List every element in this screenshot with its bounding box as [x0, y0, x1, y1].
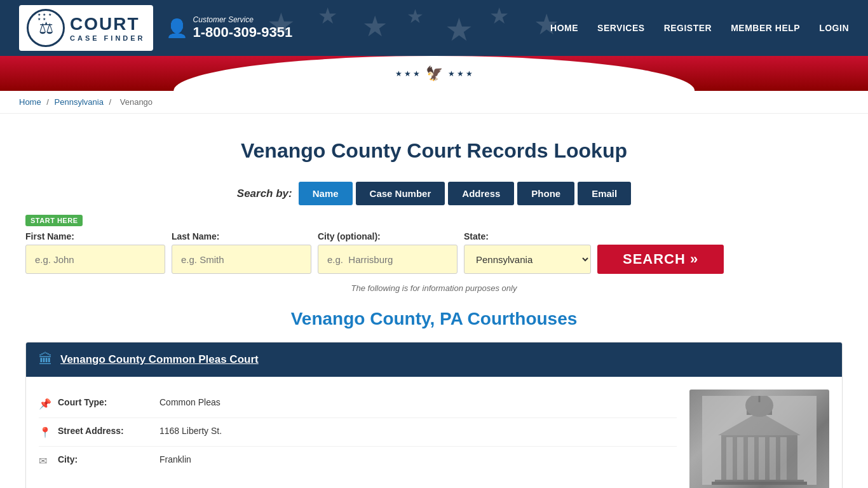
- courthouse-image: [689, 390, 829, 488]
- ribbon-inner: ★ ★ ★ 🦅 ★ ★ ★: [0, 56, 868, 91]
- search-by-label: Search by:: [237, 187, 292, 200]
- site-header: ★ ★ ★ ★ ★ ★ ★ ★ ★ ★ ★ ★ COURT CASE FINDE…: [0, 0, 868, 56]
- city-input[interactable]: [318, 245, 458, 274]
- last-name-input[interactable]: [172, 245, 311, 274]
- ribbon-stars-left: ★ ★ ★: [395, 69, 421, 78]
- search-section: Search by: Name Case Number Address Phon…: [25, 182, 843, 293]
- city-group: City (optional):: [318, 231, 458, 274]
- breadcrumb-sep-1: /: [46, 97, 51, 107]
- customer-service: 👤 Customer Service 1-800-309-9351: [166, 15, 293, 41]
- cs-phone: 1-800-309-9351: [193, 24, 293, 41]
- court-type-value: Common Pleas: [159, 397, 220, 407]
- state-group: State: Pennsylvania Alabama Alaska Arizo…: [464, 231, 591, 274]
- court-type-icon: 📌: [39, 398, 51, 410]
- courthouse-header: 🏛 Venango County Common Pleas Court: [26, 342, 842, 377]
- breadcrumb-home[interactable]: Home: [19, 97, 41, 107]
- header-left: ★ ★ ★ ★ ★ COURT CASE FINDER 👤 Customer S…: [19, 5, 292, 51]
- tab-phone[interactable]: Phone: [517, 182, 574, 205]
- nav-member-help[interactable]: MEMBER HELP: [731, 23, 800, 33]
- last-name-group: Last Name:: [172, 231, 311, 274]
- first-name-label: First Name:: [25, 231, 165, 241]
- patriotic-ribbon: ★ ★ ★ 🦅 ★ ★ ★: [0, 56, 868, 91]
- courthouse-card: 🏛 Venango County Common Pleas Court 📌 Co…: [25, 342, 843, 488]
- city-detail-value: Franklin: [159, 454, 191, 464]
- first-name-input[interactable]: [25, 245, 165, 274]
- address-icon: 📍: [39, 426, 51, 438]
- logo-text: COURT CASE FINDER: [70, 14, 146, 42]
- courthouse-image-placeholder: [689, 390, 829, 488]
- nav-register[interactable]: REGISTER: [664, 23, 712, 33]
- cs-text: Customer Service 1-800-309-9351: [193, 15, 293, 41]
- tab-case-number[interactable]: Case Number: [356, 182, 445, 205]
- eagle-icon: 🦅: [426, 65, 443, 82]
- disclaimer: The following is for information purpose…: [25, 283, 843, 293]
- tab-email[interactable]: Email: [578, 182, 631, 205]
- courthouse-body: 📌 Court Type: Common Pleas 📍 Street Addr…: [26, 377, 842, 488]
- svg-rect-4: [748, 437, 754, 482]
- search-by-row: Search by: Name Case Number Address Phon…: [25, 182, 843, 205]
- nav-services[interactable]: SERVICES: [597, 23, 645, 33]
- page-title: Venango County Court Records Lookup: [25, 139, 843, 163]
- city-icon: ✉: [39, 455, 51, 467]
- courthouse-details: 📌 Court Type: Common Pleas 📍 Street Addr…: [39, 390, 677, 488]
- breadcrumb-venango: Venango: [120, 97, 153, 107]
- cs-label: Customer Service: [193, 15, 293, 24]
- nav-home[interactable]: HOME: [550, 23, 578, 33]
- svg-rect-5: [759, 437, 765, 482]
- logo-emblem: ★ ★ ★ ★ ★: [27, 9, 65, 47]
- court-type-label: Court Type:: [58, 397, 153, 407]
- main-nav: HOME SERVICES REGISTER MEMBER HELP LOGIN: [550, 23, 849, 33]
- logo[interactable]: ★ ★ ★ ★ ★ COURT CASE FINDER: [19, 5, 153, 51]
- state-select[interactable]: Pennsylvania Alabama Alaska Arizona Cali…: [464, 245, 591, 274]
- logo-stars: ★ ★ ★ ★ ★: [37, 12, 55, 21]
- logo-case-finder: CASE FINDER: [70, 34, 146, 42]
- city-detail-label: City:: [58, 454, 153, 464]
- breadcrumb: Home / Pennsylvania / Venango: [0, 91, 868, 114]
- courthouse-icon: 🏛: [39, 351, 53, 368]
- breadcrumb-sep-2: /: [109, 97, 114, 107]
- svg-rect-2: [726, 437, 733, 482]
- svg-rect-6: [770, 437, 776, 482]
- first-name-group: First Name:: [25, 231, 165, 274]
- detail-row-city: ✉ City: Franklin: [39, 447, 677, 475]
- svg-rect-13: [712, 482, 807, 485]
- svg-rect-3: [737, 437, 743, 482]
- courthouses-title: Venango County, PA Courthouses: [25, 309, 843, 329]
- eagle-area: ★ ★ ★ 🦅 ★ ★ ★: [395, 65, 473, 82]
- detail-row-court-type: 📌 Court Type: Common Pleas: [39, 390, 677, 418]
- search-button[interactable]: SEARCH »: [597, 245, 724, 274]
- city-label: City (optional):: [318, 231, 458, 241]
- ribbon-stars-right: ★ ★ ★: [448, 69, 473, 78]
- courthouse-name[interactable]: Venango County Common Pleas Court: [60, 353, 259, 366]
- detail-row-address: 📍 Street Address: 1168 Liberty St.: [39, 418, 677, 447]
- start-here-label: START HERE: [25, 215, 83, 226]
- tab-name[interactable]: Name: [299, 182, 353, 205]
- tab-address[interactable]: Address: [448, 182, 514, 205]
- logo-court: COURT: [70, 14, 146, 34]
- start-here-badge: START HERE: [25, 215, 843, 231]
- state-label: State:: [464, 231, 591, 241]
- phone-icon: 👤: [166, 18, 188, 39]
- last-name-label: Last Name:: [172, 231, 311, 241]
- main-content: Venango County Court Records Lookup Sear…: [0, 114, 868, 488]
- address-label: Street Address:: [58, 426, 153, 436]
- search-form: First Name: Last Name: City (optional): …: [25, 231, 843, 274]
- breadcrumb-pennsylvania[interactable]: Pennsylvania: [55, 97, 104, 107]
- address-value: 1168 Liberty St.: [159, 426, 222, 436]
- svg-rect-7: [780, 437, 787, 482]
- nav-login[interactable]: LOGIN: [819, 23, 849, 33]
- courthouse-building-svg: [702, 396, 817, 485]
